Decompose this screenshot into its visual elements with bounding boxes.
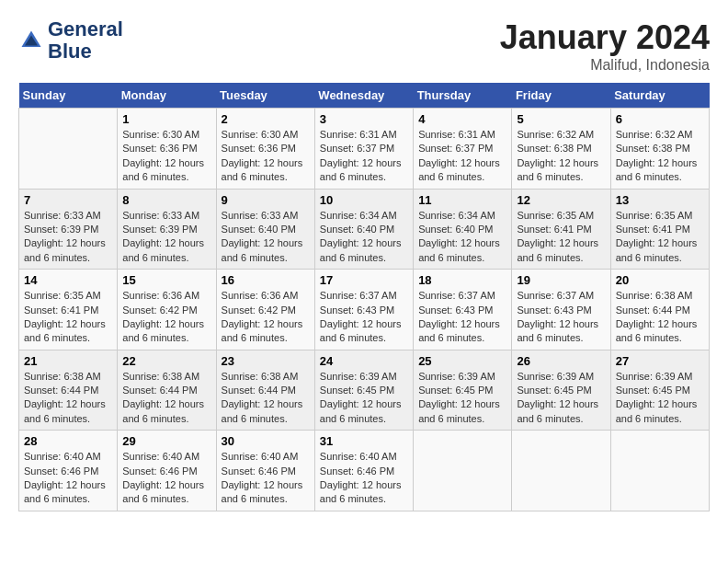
page-header: General Blue January 2024 Malifud, Indon… [18,18,710,74]
day-info: Sunrise: 6:32 AMSunset: 6:38 PMDaylight:… [616,128,704,185]
day-info: Sunrise: 6:33 AMSunset: 6:40 PMDaylight:… [222,209,310,266]
calendar-cell: 16Sunrise: 6:36 AMSunset: 6:42 PMDayligh… [216,270,314,350]
day-header-saturday: Saturday [610,83,709,109]
day-number: 27 [616,354,704,368]
day-number: 7 [24,193,112,207]
calendar-cell: 29Sunrise: 6:40 AMSunset: 6:46 PMDayligh… [118,431,216,511]
calendar-cell: 31Sunrise: 6:40 AMSunset: 6:46 PMDayligh… [314,431,413,511]
calendar-cell: 20Sunrise: 6:38 AMSunset: 6:44 PMDayligh… [610,270,709,350]
logo-text: General Blue [48,18,123,63]
day-number: 30 [222,434,310,448]
day-number: 8 [122,193,210,207]
day-number: 10 [320,193,408,207]
day-info: Sunrise: 6:33 AMSunset: 6:39 PMDaylight:… [122,209,210,266]
day-number: 12 [517,193,605,207]
calendar-cell: 9Sunrise: 6:33 AMSunset: 6:40 PMDaylight… [216,189,314,270]
day-info: Sunrise: 6:39 AMSunset: 6:45 PMDaylight:… [418,370,506,427]
calendar-week-row: 14Sunrise: 6:35 AMSunset: 6:41 PMDayligh… [19,270,710,350]
calendar-cell: 6Sunrise: 6:32 AMSunset: 6:38 PMDaylight… [610,109,709,190]
day-number: 21 [24,354,112,368]
title-block: January 2024 Malifud, Indonesia [500,18,710,74]
calendar-cell: 5Sunrise: 6:32 AMSunset: 6:38 PMDaylight… [512,109,610,190]
day-number: 2 [222,112,310,126]
day-info: Sunrise: 6:40 AMSunset: 6:46 PMDaylight:… [24,450,112,507]
day-number: 6 [616,112,704,126]
calendar-cell: 1Sunrise: 6:30 AMSunset: 6:36 PMDaylight… [118,109,216,190]
calendar-week-row: 28Sunrise: 6:40 AMSunset: 6:46 PMDayligh… [19,431,710,511]
day-info: Sunrise: 6:35 AMSunset: 6:41 PMDaylight:… [24,289,112,346]
day-number: 1 [122,112,210,126]
day-number: 25 [418,354,506,368]
day-info: Sunrise: 6:40 AMSunset: 6:46 PMDaylight:… [320,450,408,507]
calendar-cell: 30Sunrise: 6:40 AMSunset: 6:46 PMDayligh… [216,431,314,511]
calendar-cell: 28Sunrise: 6:40 AMSunset: 6:46 PMDayligh… [19,431,118,511]
day-header-thursday: Thursday [414,83,512,109]
day-info: Sunrise: 6:38 AMSunset: 6:44 PMDaylight:… [222,370,310,427]
calendar-cell: 17Sunrise: 6:37 AMSunset: 6:43 PMDayligh… [314,270,413,350]
day-info: Sunrise: 6:35 AMSunset: 6:41 PMDaylight:… [616,209,704,266]
day-info: Sunrise: 6:40 AMSunset: 6:46 PMDaylight:… [222,450,310,507]
calendar-table: SundayMondayTuesdayWednesdayThursdayFrid… [18,83,710,511]
day-header-friday: Friday [512,83,610,109]
day-number: 13 [616,193,704,207]
calendar-cell: 26Sunrise: 6:39 AMSunset: 6:45 PMDayligh… [512,350,610,431]
calendar-week-row: 21Sunrise: 6:38 AMSunset: 6:44 PMDayligh… [19,350,710,431]
day-number: 18 [418,273,506,287]
day-info: Sunrise: 6:32 AMSunset: 6:38 PMDaylight:… [517,128,605,185]
day-number: 22 [122,354,210,368]
calendar-title: January 2024 [500,18,710,57]
calendar-cell [19,109,118,190]
calendar-cell: 13Sunrise: 6:35 AMSunset: 6:41 PMDayligh… [610,189,709,270]
calendar-cell [610,431,709,511]
calendar-cell [414,431,512,511]
day-info: Sunrise: 6:37 AMSunset: 6:43 PMDaylight:… [418,289,506,346]
day-info: Sunrise: 6:34 AMSunset: 6:40 PMDaylight:… [320,209,408,266]
day-number: 20 [616,273,704,287]
day-number: 3 [320,112,408,126]
logo: General Blue [18,18,123,63]
day-info: Sunrise: 6:35 AMSunset: 6:41 PMDaylight:… [517,209,605,266]
day-header-tuesday: Tuesday [216,83,314,109]
calendar-cell: 7Sunrise: 6:33 AMSunset: 6:39 PMDaylight… [19,189,118,270]
day-header-sunday: Sunday [19,83,118,109]
calendar-cell: 21Sunrise: 6:38 AMSunset: 6:44 PMDayligh… [19,350,118,431]
day-number: 9 [222,193,310,207]
day-number: 23 [222,354,310,368]
day-header-monday: Monday [118,83,216,109]
day-info: Sunrise: 6:40 AMSunset: 6:46 PMDaylight:… [122,450,210,507]
day-number: 29 [122,434,210,448]
day-number: 14 [24,273,112,287]
calendar-cell: 3Sunrise: 6:31 AMSunset: 6:37 PMDaylight… [314,109,413,190]
calendar-week-row: 7Sunrise: 6:33 AMSunset: 6:39 PMDaylight… [19,189,710,270]
calendar-cell: 10Sunrise: 6:34 AMSunset: 6:40 PMDayligh… [314,189,413,270]
day-info: Sunrise: 6:39 AMSunset: 6:45 PMDaylight:… [616,370,704,427]
day-info: Sunrise: 6:30 AMSunset: 6:36 PMDaylight:… [122,128,210,185]
calendar-cell: 18Sunrise: 6:37 AMSunset: 6:43 PMDayligh… [414,270,512,350]
day-info: Sunrise: 6:36 AMSunset: 6:42 PMDaylight:… [222,289,310,346]
day-info: Sunrise: 6:36 AMSunset: 6:42 PMDaylight:… [122,289,210,346]
day-info: Sunrise: 6:38 AMSunset: 6:44 PMDaylight:… [616,289,704,346]
calendar-cell: 19Sunrise: 6:37 AMSunset: 6:43 PMDayligh… [512,270,610,350]
day-info: Sunrise: 6:34 AMSunset: 6:40 PMDaylight:… [418,209,506,266]
day-number: 16 [222,273,310,287]
calendar-cell: 22Sunrise: 6:38 AMSunset: 6:44 PMDayligh… [118,350,216,431]
calendar-cell: 8Sunrise: 6:33 AMSunset: 6:39 PMDaylight… [118,189,216,270]
day-number: 15 [122,273,210,287]
day-info: Sunrise: 6:37 AMSunset: 6:43 PMDaylight:… [517,289,605,346]
day-number: 17 [320,273,408,287]
day-info: Sunrise: 6:39 AMSunset: 6:45 PMDaylight:… [517,370,605,427]
calendar-cell: 11Sunrise: 6:34 AMSunset: 6:40 PMDayligh… [414,189,512,270]
calendar-cell: 27Sunrise: 6:39 AMSunset: 6:45 PMDayligh… [610,350,709,431]
day-info: Sunrise: 6:38 AMSunset: 6:44 PMDaylight:… [24,370,112,427]
day-number: 4 [418,112,506,126]
calendar-cell: 4Sunrise: 6:31 AMSunset: 6:37 PMDaylight… [414,109,512,190]
day-number: 28 [24,434,112,448]
day-number: 31 [320,434,408,448]
calendar-cell: 25Sunrise: 6:39 AMSunset: 6:45 PMDayligh… [414,350,512,431]
logo-icon [18,28,44,53]
day-number: 19 [517,273,605,287]
day-number: 24 [320,354,408,368]
day-info: Sunrise: 6:38 AMSunset: 6:44 PMDaylight:… [122,370,210,427]
day-header-wednesday: Wednesday [314,83,413,109]
day-number: 5 [517,112,605,126]
